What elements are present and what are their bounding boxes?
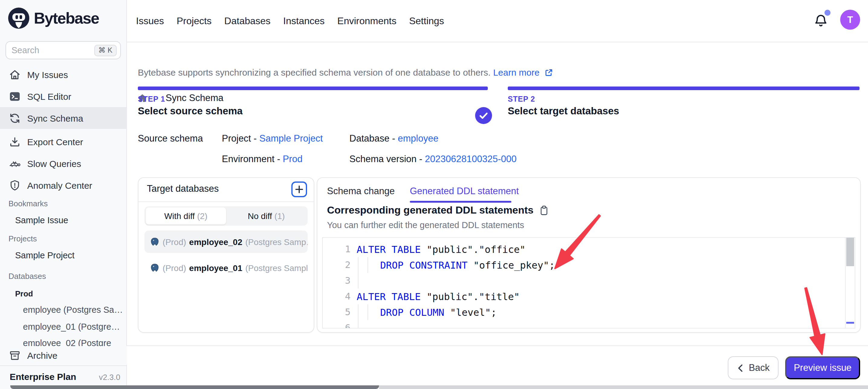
section-bookmarks: Bookmarks — [8, 199, 48, 208]
search-input[interactable]: Search ⌘ K — [5, 41, 121, 59]
sidebar-item-label: Slow Queries — [27, 158, 81, 168]
nav-projects[interactable]: Projects — [177, 16, 212, 27]
page-description: Bytebase supports synchronizing a specif… — [138, 67, 553, 78]
footer-divider — [127, 345, 868, 346]
chevron-left-icon — [737, 364, 745, 372]
sidebar-footer-divider — [0, 365, 127, 366]
main-content: › Sync Schema Bytebase supports synchron… — [127, 43, 868, 389]
step1-label: STEP 1 — [138, 95, 165, 104]
step2-label: STEP 2 — [508, 95, 535, 104]
postgres-icon — [150, 263, 160, 273]
active-tab-underline — [410, 201, 512, 202]
source-environment: Environment - Prod — [222, 154, 303, 165]
sidebar-item-anomaly-center[interactable]: Anomaly Center — [0, 174, 127, 196]
nav-databases[interactable]: Databases — [224, 16, 271, 27]
top-navigation: Issues Projects Databases Instances Envi… — [136, 0, 444, 43]
sidebar-item-sql-editor[interactable]: SQL Editor — [0, 85, 127, 107]
step1-progress-bar — [138, 86, 488, 90]
copy-icon[interactable] — [539, 205, 549, 216]
section-projects: Projects — [8, 234, 37, 243]
tab-schema-change[interactable]: Schema change — [327, 186, 395, 197]
plan-row[interactable]: Enterprise Plan v2.3.0 — [10, 371, 120, 382]
learn-more-link[interactable]: Learn more — [493, 67, 539, 78]
window-bottom-edge-dark — [10, 385, 379, 389]
download-icon — [9, 136, 21, 147]
tab-with-diff[interactable]: With diff (2) — [146, 207, 226, 224]
sidebar-item-label: Sync Schema — [27, 113, 83, 123]
home-icon — [9, 69, 21, 80]
project-link[interactable]: Sample Project — [259, 133, 323, 143]
editor-scrollbar[interactable] — [845, 238, 855, 328]
sidebar-item-sample-issue[interactable]: Sample Issue — [15, 215, 68, 225]
target-db-row-employee-01[interactable]: (Prod) employee_01 (Postgres Sampl… — [145, 256, 308, 279]
source-schema-label: Source schema — [138, 133, 203, 144]
target-db-row-employee-02[interactable]: (Prod) employee_02 (Postgres Samp… — [145, 230, 308, 253]
sidebar-db-employee[interactable]: employee (Postgres Sa… — [23, 305, 124, 314]
window-bottom-edge — [0, 385, 868, 389]
target-panel-title: Target databases — [147, 183, 219, 194]
code-line: 1 ALTER TABLE "public"."office" — [323, 241, 855, 257]
postgres-icon — [150, 237, 160, 247]
bytebase-logo[interactable]: Bytebase — [8, 7, 99, 29]
ddl-panel: Schema change Generated DDL statement Co… — [317, 177, 861, 333]
archive-icon — [9, 350, 21, 361]
environment-link[interactable]: Prod — [283, 154, 303, 164]
back-button[interactable]: Back — [728, 356, 779, 379]
step-completed-check-icon — [475, 107, 492, 124]
sync-icon — [9, 112, 21, 124]
nav-instances[interactable]: Instances — [283, 16, 324, 27]
schema-version-link[interactable]: 20230628100325-000 — [425, 154, 517, 164]
sidebar-item-archive[interactable]: Archive — [0, 346, 127, 365]
ddl-subheading: You can further edit the generated DDL s… — [327, 220, 524, 230]
sidebar-item-my-issues[interactable]: My Issues — [0, 63, 127, 85]
panel-divider — [138, 201, 314, 202]
ddl-code-editor[interactable]: 1 ALTER TABLE "public"."office" 2 DROP C… — [322, 237, 855, 329]
nav-issues[interactable]: Issues — [136, 16, 164, 27]
breadcrumb-title: Sync Schema — [166, 92, 223, 104]
sidebar-item-label: Archive — [27, 350, 57, 361]
step2-progress-bar — [508, 86, 860, 90]
preview-issue-button[interactable]: Preview issue — [785, 356, 860, 379]
notifications-bell-icon[interactable] — [814, 13, 828, 28]
source-project: Project - Sample Project — [222, 133, 323, 144]
sidebar-item-label: Export Center — [27, 136, 83, 147]
database-link[interactable]: employee — [398, 133, 438, 143]
code-line: 6 — [323, 320, 855, 329]
add-target-database-button[interactable] — [291, 182, 307, 197]
sidebar-item-export-center[interactable]: Export Center — [0, 131, 127, 152]
brand-wordmark: Bytebase — [34, 9, 99, 28]
plan-version: v2.3.0 — [99, 373, 120, 382]
sidebar-db-employee-01[interactable]: employee_01 (Postgre… — [23, 322, 124, 332]
source-database: Database - employee — [349, 133, 438, 144]
bytebase-logo-icon — [8, 7, 30, 29]
sidebar-item-label: SQL Editor — [27, 91, 71, 101]
nav-environments[interactable]: Environments — [337, 16, 397, 27]
diff-filter-tabs: With diff (2) No diff (1) — [145, 206, 308, 226]
tab-generated-ddl-statement[interactable]: Generated DDL statement — [410, 186, 519, 197]
sidebar-item-label: Anomaly Center — [27, 180, 92, 190]
section-databases: Databases — [8, 272, 46, 281]
step2-title: Select target databases — [508, 105, 619, 117]
scrollbar-thumb[interactable] — [846, 238, 854, 266]
shield-icon — [9, 179, 21, 191]
code-line: 3 — [323, 273, 855, 288]
ddl-heading: Corresponding generated DDL statements — [327, 204, 549, 217]
step1-title: Select source schema — [138, 105, 243, 117]
tab-no-diff[interactable]: No diff (1) — [226, 207, 306, 224]
avatar[interactable]: T — [840, 10, 860, 30]
nav-settings[interactable]: Settings — [409, 16, 444, 27]
app-window: Bytebase Search ⌘ K My Issues SQL Editor… — [0, 0, 868, 389]
external-link-icon[interactable] — [544, 68, 553, 77]
sidebar-item-sync-schema[interactable]: Sync Schema — [0, 107, 127, 129]
sidebar-item-slow-queries[interactable]: Slow Queries — [0, 152, 127, 174]
notification-dot — [825, 10, 831, 16]
topbar: Issues Projects Databases Instances Envi… — [127, 0, 868, 43]
sidebar: Bytebase Search ⌘ K My Issues SQL Editor… — [0, 0, 127, 389]
search-shortcut-badge: ⌘ K — [94, 45, 117, 56]
code-line: 4 ALTER TABLE "public"."title" — [323, 288, 855, 304]
sidebar-item-sample-project[interactable]: Sample Project — [15, 250, 75, 260]
code-line: 5 DROP COLUMN "level"; — [323, 304, 855, 320]
terminal-icon — [9, 90, 21, 102]
sidebar-db-employee-02[interactable]: employee_02 (Postgre — [23, 338, 124, 346]
scrollbar-overview-mark — [846, 322, 854, 324]
